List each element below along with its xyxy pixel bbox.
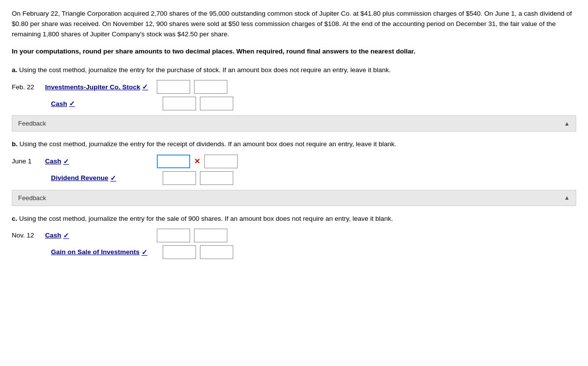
entry-row-b2: Dividend Revenue ✓ — [12, 171, 576, 185]
x-mark-b1: ✕ — [194, 157, 200, 166]
entry-row-b1: June 1 Cash ✓ ✕ — [12, 155, 576, 168]
bold-instruction: In your computations, round per share am… — [12, 47, 576, 56]
entry-row-a1: Feb. 22 Investments-Jupiter Co. Stock ✓ — [12, 80, 576, 94]
input-pair-b2 — [163, 171, 233, 185]
credit-input-a2[interactable] — [200, 97, 233, 110]
input-pair-b1: ✕ — [157, 155, 238, 168]
date-label-a: Feb. 22 — [12, 83, 41, 91]
credit-input-a1[interactable] — [194, 80, 227, 94]
checkmark-b2: ✓ — [110, 174, 116, 182]
feedback-bar-a[interactable]: Feedback ▲ — [12, 115, 576, 131]
checkmark-a1: ✓ — [142, 83, 148, 91]
account-name-a1: Investments-Jupiter Co. Stock ✓ — [45, 83, 153, 91]
date-label-c: Nov. 12 — [12, 232, 41, 239]
debit-input-b2[interactable] — [163, 171, 196, 185]
section-b-label: b. Using the cost method, journalize the… — [12, 139, 576, 149]
account-name-c1: Cash ✓ — [45, 232, 153, 239]
feedback-label-a: Feedback — [18, 120, 46, 127]
checkmark-b1: ✓ — [63, 157, 69, 165]
debit-input-a1[interactable] — [157, 80, 190, 94]
account-name-a2: Cash ✓ — [51, 100, 159, 107]
account-name-c2: Gain on Sale of Investments ✓ — [51, 248, 159, 256]
intro-paragraph: On February 22, Triangle Corporation acq… — [12, 9, 576, 40]
debit-input-c2[interactable] — [163, 245, 196, 259]
section-a: a. Using the cost method, journalize the… — [12, 65, 576, 131]
entry-row-a2: Cash ✓ — [12, 97, 576, 110]
credit-input-c1[interactable] — [194, 229, 227, 242]
input-pair-c2 — [163, 245, 233, 259]
entry-row-c1: Nov. 12 Cash ✓ — [12, 229, 576, 242]
feedback-bar-b[interactable]: Feedback ▲ — [12, 190, 576, 206]
feedback-label-b: Feedback — [18, 194, 46, 202]
checkmark-c2: ✓ — [142, 248, 147, 256]
debit-input-a2[interactable] — [163, 97, 196, 110]
section-c-label: c. Using the cost method, journalize the… — [12, 214, 576, 224]
credit-input-c2[interactable] — [200, 245, 233, 259]
input-pair-a2 — [163, 97, 233, 110]
section-c: c. Using the cost method, journalize the… — [12, 214, 576, 259]
checkmark-c1: ✓ — [63, 232, 69, 239]
date-label-b: June 1 — [12, 157, 41, 165]
feedback-arrow-b: ▲ — [564, 194, 570, 201]
debit-input-c1[interactable] — [157, 229, 190, 242]
debit-input-b1[interactable] — [157, 155, 190, 168]
input-pair-a1 — [157, 80, 227, 94]
section-b: b. Using the cost method, journalize the… — [12, 139, 576, 206]
section-a-label: a. Using the cost method, journalize the… — [12, 65, 576, 75]
entry-row-c2: Gain on Sale of Investments ✓ — [12, 245, 576, 259]
checkmark-a2: ✓ — [69, 100, 75, 107]
feedback-arrow-a: ▲ — [564, 120, 570, 127]
input-pair-c1 — [157, 229, 227, 242]
credit-input-b1[interactable] — [204, 155, 238, 168]
account-name-b1: Cash ✓ — [45, 157, 153, 165]
credit-input-b2[interactable] — [200, 171, 233, 185]
account-name-b2: Dividend Revenue ✓ — [51, 174, 159, 182]
